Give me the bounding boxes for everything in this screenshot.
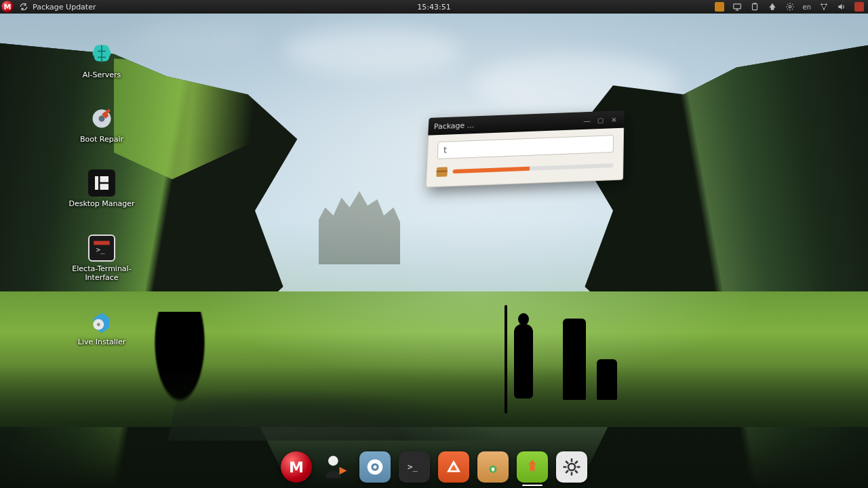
package-search-input[interactable]: t [437, 135, 614, 159]
svg-rect-12 [100, 184, 109, 190]
settings-tray-icon[interactable] [785, 2, 795, 12]
dialog-title: Package … [434, 117, 578, 131]
svg-rect-0 [733, 4, 741, 9]
panels-icon [88, 169, 115, 197]
svg-rect-23 [530, 465, 535, 471]
desktop-icon-label: Desktop Manager [68, 199, 134, 208]
desktop-icon-desktop-manager[interactable]: Desktop Manager [61, 169, 142, 208]
language-indicator[interactable]: en [803, 2, 812, 12]
dock-terminal[interactable]: >_ [399, 451, 430, 483]
svg-rect-1 [752, 3, 757, 9]
svg-rect-2 [753, 3, 756, 4]
menu-button[interactable]: M [1, 1, 14, 13]
package-updater-dialog: Package … ― ▢ ✕ t [426, 110, 625, 188]
desktop-icon-label: Electa-Terminal-Interface [64, 264, 139, 282]
volume-icon[interactable] [837, 2, 846, 12]
terminal-icon: >_ [88, 235, 115, 262]
desktop-icon-boot-repair[interactable]: Boot Repair [61, 105, 142, 144]
network-icon[interactable] [819, 2, 829, 12]
progress-fill [453, 167, 530, 174]
svg-rect-13 [94, 241, 109, 245]
dock-menu[interactable]: M [281, 451, 312, 483]
svg-point-20 [374, 466, 377, 469]
dock-installer[interactable] [477, 451, 509, 483]
display-icon[interactable] [732, 2, 742, 12]
dock-settings[interactable] [556, 451, 587, 483]
package-icon [436, 167, 448, 177]
active-window-title: Package Updater [33, 3, 96, 12]
desktop-icon-label: Boot Repair [80, 135, 123, 144]
brain-icon [88, 41, 115, 68]
svg-point-3 [789, 5, 791, 8]
svg-text:>_: >_ [96, 245, 105, 253]
updater-icon [19, 2, 28, 12]
svg-text:>_: >_ [408, 462, 418, 472]
dock-software-center[interactable] [438, 451, 469, 483]
desktop-icon-ai-servers[interactable]: AI-Servers [61, 41, 142, 79]
system-tray: en [715, 2, 865, 12]
maximize-button[interactable]: ▢ [595, 115, 605, 125]
svg-point-24 [568, 464, 575, 470]
dock: M >_ [275, 449, 593, 485]
clipboard-icon[interactable] [750, 2, 760, 12]
svg-rect-11 [100, 176, 109, 182]
top-panel: M Package Updater 15:43:51 en [0, 0, 868, 14]
disc-box-icon [88, 308, 115, 335]
updates-tray-icon[interactable] [768, 2, 777, 12]
svg-rect-10 [95, 176, 98, 190]
input-text: t [443, 145, 447, 155]
power-icon[interactable] [854, 2, 864, 12]
desktop-icon-terminal[interactable]: >_ Electa-Terminal-Interface [61, 235, 142, 282]
desktop-icon-label: AI-Servers [83, 70, 121, 79]
minimize-button[interactable]: ― [583, 116, 592, 125]
desktop-icon-live-installer[interactable]: Live Installer [61, 308, 142, 346]
progress-bar [453, 163, 614, 174]
desktop-icon-label: Live Installer [78, 338, 125, 346]
dialog-body: t [426, 128, 625, 188]
desktop-icons: AI-Servers Boot Repair Desktop Manager >… [61, 41, 142, 346]
dock-package-updater[interactable] [517, 451, 548, 483]
close-button[interactable]: ✕ [609, 115, 618, 124]
svg-point-17 [328, 456, 338, 466]
notification-icon[interactable] [715, 2, 724, 12]
svg-point-16 [97, 323, 100, 326]
wrench-disc-icon [88, 105, 115, 132]
dock-chromium[interactable] [359, 451, 391, 483]
dock-user-switch[interactable] [320, 451, 351, 483]
clock[interactable]: 15:43:51 [417, 3, 450, 12]
